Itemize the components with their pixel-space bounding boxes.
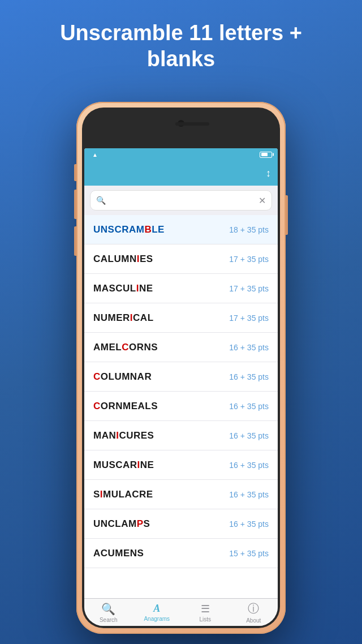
search-bar-container: 🔍 ✕ (84, 186, 278, 215)
table-row[interactable]: AMELCORNS16 + 35 pts (84, 333, 278, 362)
table-row[interactable]: CORNMEALS16 + 35 pts (84, 392, 278, 421)
table-row[interactable]: MUSCARINE16 + 35 pts (84, 450, 278, 480)
status-bar-right (260, 152, 272, 158)
result-pts: 17 + 35 pts (229, 255, 269, 264)
result-pts: 16 + 35 pts (229, 402, 269, 411)
result-word: ACUMENS (93, 548, 144, 559)
anagrams-tab-label: Anagrams (144, 616, 170, 622)
result-pts: 15 + 35 pts (229, 549, 269, 558)
tab-lists[interactable]: ☰Lists (181, 603, 230, 622)
search-clear-button[interactable]: ✕ (258, 195, 266, 206)
result-word: MASCULINE (93, 283, 153, 294)
result-word: CORNMEALS (93, 401, 158, 412)
result-word: SIMULACRE (93, 489, 153, 500)
result-word: NUMERICAL (93, 312, 154, 324)
table-row[interactable]: UNSCRAMBLE18 + 35 pts (84, 215, 278, 244)
result-word: UNSCRAMBLE (93, 224, 165, 235)
results-list: UNSCRAMBLE18 + 35 ptsCALUMNIES17 + 35 pt… (84, 215, 278, 598)
battery-fill (261, 153, 268, 156)
anagrams-tab-icon: A (153, 603, 160, 615)
sort-icon: ↕ (266, 168, 271, 179)
tab-about[interactable]: ⓘAbout (230, 601, 278, 624)
headline: Unscramble 11 letters + blanks (0, 0, 362, 85)
result-word: MUSCARINE (93, 460, 154, 471)
result-word: CALUMNIES (93, 254, 153, 265)
lists-tab-icon: ☰ (201, 603, 210, 615)
result-pts: 16 + 35 pts (229, 372, 269, 381)
result-pts: 16 + 35 pts (229, 520, 269, 529)
volume-up-button (74, 190, 76, 219)
power-button (286, 195, 288, 235)
phone-inner: ▲ ↕ 🔍 ✕ (82, 108, 280, 628)
table-row[interactable]: ACUMENS15 + 35 pts (84, 539, 278, 568)
result-pts: 16 + 35 pts (229, 490, 269, 499)
table-row[interactable]: NUMERICAL17 + 35 pts (84, 303, 278, 333)
search-tab-label: Search (100, 617, 118, 623)
tab-bar: 🔍SearchAAnagrams☰ListsⓘAbout (84, 598, 278, 626)
wifi-icon: ▲ (92, 152, 98, 158)
result-pts: 16 + 35 pts (229, 343, 269, 352)
table-row[interactable]: CALUMNIES17 + 35 pts (84, 244, 278, 274)
table-row[interactable]: MASCULINE17 + 35 pts (84, 274, 278, 303)
table-row[interactable]: COLUMNAR16 + 35 pts (84, 362, 278, 392)
table-row[interactable]: MANICURES16 + 35 pts (84, 421, 278, 450)
tab-search[interactable]: 🔍Search (84, 602, 133, 623)
tab-anagrams[interactable]: AAnagrams (133, 603, 182, 622)
volume-down-button (74, 226, 76, 256)
result-pts: 18 + 35 pts (229, 225, 269, 234)
table-row[interactable]: SIMULACRE16 + 35 pts (84, 480, 278, 509)
result-pts: 16 + 35 pts (229, 431, 269, 440)
phone-screen: ▲ ↕ 🔍 ✕ (84, 148, 278, 626)
result-word: UNCLAMPS (93, 518, 150, 530)
about-tab-label: About (246, 617, 261, 624)
result-word: COLUMNAR (93, 371, 152, 383)
status-bar: ▲ (84, 148, 278, 161)
nav-bar: ↕ (84, 161, 278, 186)
mute-button (74, 164, 76, 181)
sort-button[interactable]: ↕ (266, 168, 271, 179)
search-bar[interactable]: 🔍 ✕ (90, 190, 272, 211)
table-row[interactable]: UNCLAMPS16 + 35 pts (84, 509, 278, 539)
result-pts: 17 + 35 pts (229, 284, 269, 293)
status-bar-left: ▲ (90, 152, 98, 158)
speaker-grille (175, 122, 209, 126)
result-pts: 16 + 35 pts (229, 461, 269, 470)
result-pts: 17 + 35 pts (229, 314, 269, 323)
phone-shell: ▲ ↕ 🔍 ✕ (76, 102, 286, 634)
about-tab-icon: ⓘ (248, 601, 259, 616)
lists-tab-label: Lists (199, 616, 211, 622)
result-word: AMELCORNS (93, 342, 158, 353)
search-icon: 🔍 (96, 196, 106, 205)
result-word: MANICURES (93, 430, 154, 441)
phone-top (82, 108, 280, 148)
search-tab-icon: 🔍 (101, 602, 115, 616)
battery-icon (260, 152, 272, 158)
